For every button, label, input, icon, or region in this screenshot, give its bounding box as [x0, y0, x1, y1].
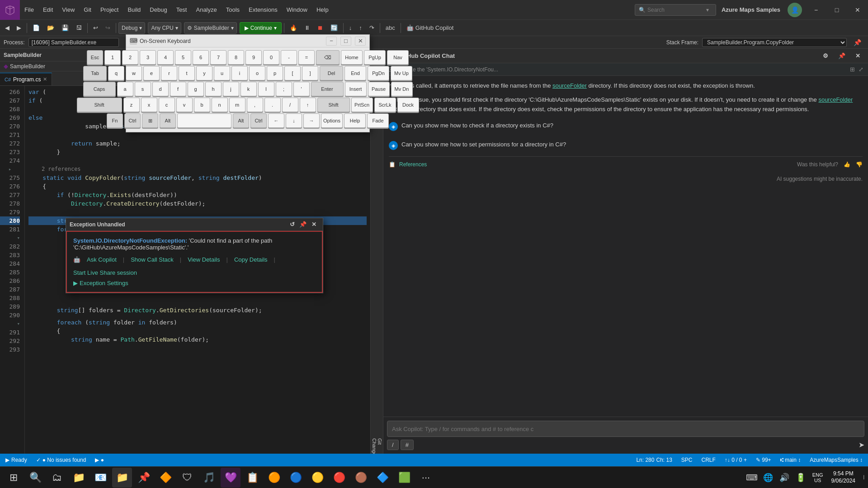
- key-caps[interactable]: Caps: [83, 82, 116, 96]
- key-comma[interactable]: ,: [247, 98, 263, 112]
- close-tab-btn[interactable]: ✕: [43, 76, 47, 82]
- key-dock[interactable]: Dock: [397, 98, 419, 112]
- tray-sound-icon[interactable]: 🔊: [777, 468, 792, 488]
- key-rctrl[interactable]: Ctrl: [250, 113, 267, 128]
- osk-maximize-btn[interactable]: □: [340, 37, 351, 46]
- key-2[interactable]: 2: [122, 50, 138, 65]
- key-x[interactable]: x: [141, 98, 157, 112]
- key-j[interactable]: j: [223, 82, 239, 96]
- issues-indicator[interactable]: ✓ ● No issues found: [34, 457, 88, 463]
- key-e[interactable]: e: [143, 66, 160, 80]
- key-r[interactable]: r: [161, 66, 177, 80]
- menu-test[interactable]: Test: [172, 0, 192, 19]
- taskbar-app-music[interactable]: 🎵: [199, 468, 219, 488]
- key-left[interactable]: ←: [268, 113, 284, 128]
- tab-program-cs[interactable]: C# Program.cs ✕: [0, 73, 52, 85]
- user-avatar[interactable]: 👤: [788, 3, 802, 17]
- key-up[interactable]: ↑: [300, 98, 316, 112]
- key-h[interactable]: h: [205, 82, 222, 96]
- taskbar-app-vs[interactable]: 💜: [221, 468, 241, 488]
- ln-ch-indicator[interactable]: Ln: 280 Ch: 13: [634, 457, 674, 463]
- encoding-indicator[interactable]: SPC: [679, 457, 694, 463]
- key-end[interactable]: End: [344, 66, 366, 80]
- ask-copilot-link[interactable]: Ask Copilot: [87, 256, 117, 263]
- view-details-link[interactable]: View Details: [188, 256, 220, 263]
- key-a[interactable]: a: [117, 82, 133, 96]
- taskbar-app-clipboard[interactable]: 📋: [242, 468, 262, 488]
- ready-indicator[interactable]: ▶ Ready: [4, 457, 29, 463]
- key-3[interactable]: 3: [140, 50, 156, 65]
- key-minus[interactable]: -: [281, 50, 297, 65]
- key-prtscn[interactable]: PrtScn: [351, 98, 373, 112]
- key-p[interactable]: p: [267, 66, 283, 80]
- menu-help[interactable]: Help: [312, 0, 333, 19]
- source-folder-link[interactable]: sourceFolder: [552, 82, 587, 89]
- eol-indicator[interactable]: CRLF: [700, 457, 717, 463]
- key-period[interactable]: .: [264, 98, 281, 112]
- key-tab[interactable]: Tab: [83, 66, 107, 80]
- key-d[interactable]: d: [152, 82, 169, 96]
- taskbar-app-mail[interactable]: 📧: [90, 468, 110, 488]
- exception-pin-btn[interactable]: 📌: [297, 220, 308, 230]
- live-share-link[interactable]: Start Live Share session: [73, 269, 137, 276]
- key-1[interactable]: 1: [104, 50, 121, 65]
- key-semicolon[interactable]: ;: [276, 82, 292, 96]
- key-pgdn[interactable]: PgDn: [368, 66, 389, 80]
- continue-button[interactable]: ▶ Continue ▾: [240, 22, 282, 34]
- copilot-close-btn[interactable]: ✕: [852, 50, 863, 62]
- start-button[interactable]: ⊞: [4, 468, 24, 488]
- key-slash[interactable]: /: [282, 98, 298, 112]
- taskbar-app-green[interactable]: 🟩: [394, 468, 414, 488]
- key-enter[interactable]: Enter: [311, 82, 344, 96]
- open-btn[interactable]: 📂: [44, 22, 57, 34]
- tray-lang[interactable]: ENGUS: [810, 472, 826, 483]
- key-equals[interactable]: =: [298, 50, 315, 65]
- key-lbracket[interactable]: [: [284, 66, 301, 80]
- key-5[interactable]: 5: [175, 50, 191, 65]
- taskbar-app-folder[interactable]: 📁: [69, 468, 89, 488]
- key-pause[interactable]: Pause: [368, 82, 390, 96]
- key-i[interactable]: i: [231, 66, 248, 80]
- osk-close-btn[interactable]: ✕: [355, 37, 366, 46]
- step-out-btn[interactable]: ↑: [356, 22, 365, 34]
- key-ralt[interactable]: Alt: [233, 113, 249, 128]
- copy-icon[interactable]: ⊞: [850, 66, 855, 73]
- tray-battery-icon[interactable]: 🔋: [793, 468, 808, 488]
- git-changes-btn[interactable]: Git Changes: [372, 443, 382, 454]
- key-backspace[interactable]: ⌫: [316, 50, 340, 65]
- taskbar-app-diamond[interactable]: 🔷: [373, 468, 392, 488]
- taskbar-app-browser[interactable]: 🛡: [177, 468, 197, 488]
- key-7[interactable]: 7: [210, 50, 226, 65]
- key-o[interactable]: o: [249, 66, 265, 80]
- tray-clock[interactable]: 9:54 PM 9/06/2024: [828, 470, 859, 484]
- step-over2-btn[interactable]: ↷: [366, 22, 377, 34]
- cpu-dropdown[interactable]: Any CPU ▾: [148, 22, 181, 34]
- run-indicator[interactable]: ▶ ●: [93, 457, 106, 463]
- key-mvdn[interactable]: Mv Dn: [391, 82, 413, 96]
- stop-btn[interactable]: ⏹: [314, 22, 326, 34]
- save-btn[interactable]: 💾: [58, 22, 72, 34]
- step-into-btn[interactable]: ↓: [346, 22, 355, 34]
- copilot-pin-btn[interactable]: 📌: [835, 50, 849, 62]
- taskbar-app-brown[interactable]: 🟤: [351, 468, 371, 488]
- key-fn[interactable]: Fn: [107, 113, 123, 128]
- key-b[interactable]: b: [194, 98, 210, 112]
- save-all-btn[interactable]: 🖫: [73, 22, 85, 34]
- key-mvup[interactable]: Mv Up: [391, 66, 412, 80]
- tray-network-icon[interactable]: 🌐: [761, 468, 775, 488]
- stack-pin-btn[interactable]: 📌: [850, 36, 864, 49]
- process-input[interactable]: [28, 38, 119, 47]
- thumbs-up-btn[interactable]: 👍: [844, 160, 850, 169]
- key-u[interactable]: u: [214, 66, 230, 80]
- suggestion-2[interactable]: ◈ Can you show me how to set permissions…: [389, 137, 863, 153]
- menu-debug[interactable]: Debug: [145, 0, 171, 19]
- source-folder-link2[interactable]: sourceFolder: [818, 96, 853, 103]
- taskbar-app-more[interactable]: ···: [416, 468, 436, 488]
- copilot-settings-btn[interactable]: ⚙: [820, 50, 831, 62]
- expand-icon[interactable]: ⤢: [859, 66, 863, 73]
- show-call-stack-link[interactable]: Show Call Stack: [131, 256, 174, 263]
- menu-window[interactable]: Window: [282, 0, 312, 19]
- pause-btn[interactable]: ⏸: [301, 22, 313, 34]
- key-lshift[interactable]: Shift: [77, 98, 122, 112]
- maximize-button[interactable]: □: [826, 0, 847, 20]
